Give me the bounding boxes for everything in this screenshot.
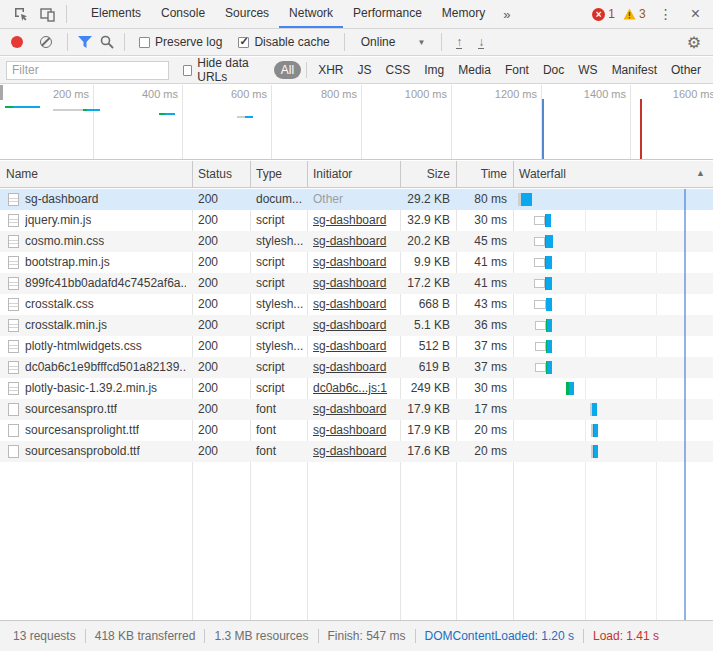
column-header-status[interactable]: Status: [192, 161, 250, 187]
filter-pill-css[interactable]: CSS: [380, 61, 417, 79]
tab-performance[interactable]: Performance: [343, 0, 432, 28]
column-separator[interactable]: [400, 161, 401, 187]
request-name-cell[interactable]: sourcesansprobold.ttf: [0, 441, 192, 462]
tab-memory[interactable]: Memory: [432, 0, 495, 28]
column-header-name[interactable]: Name: [0, 161, 192, 187]
filter-pill-other[interactable]: Other: [665, 61, 707, 79]
request-row[interactable]: crosstalk.css200stylesh...sg-dashboard66…: [0, 294, 713, 315]
filter-pill-manifest[interactable]: Manifest: [606, 61, 663, 79]
resource-type-filters: AllXHRJSCSSImgMediaFontDocWSManifestOthe…: [274, 61, 707, 79]
tab-network[interactable]: Network: [279, 0, 343, 28]
filter-input[interactable]: [6, 61, 169, 80]
warning-count-badge[interactable]: 3: [621, 7, 648, 21]
request-row[interactable]: sourcesanspro.ttf200fontsg-dashboard17.9…: [0, 399, 713, 420]
network-overview-timeline[interactable]: 200 ms400 ms600 ms800 ms1000 ms1200 ms14…: [0, 85, 713, 160]
filter-pill-media[interactable]: Media: [452, 61, 497, 79]
filter-pill-xhr[interactable]: XHR: [312, 61, 349, 79]
hide-data-urls-checkbox-box[interactable]: [183, 65, 192, 76]
filter-pill-ws[interactable]: WS: [572, 61, 603, 79]
initiator-link[interactable]: sg-dashboard: [313, 276, 386, 290]
import-har-icon[interactable]: ↑: [456, 36, 462, 49]
column-separator[interactable]: [192, 161, 193, 187]
filter-pill-all[interactable]: All: [274, 61, 301, 79]
clear-network-log-icon[interactable]: [40, 36, 52, 48]
size-cell: 668 B: [400, 294, 456, 315]
request-row[interactable]: sg-dashboard200docum...Other29.2 KB80 ms: [0, 189, 713, 210]
overview-scroll-handle[interactable]: [0, 85, 3, 100]
request-row[interactable]: sourcesansprolight.ttf200fontsg-dashboar…: [0, 420, 713, 441]
filter-pill-img[interactable]: Img: [418, 61, 450, 79]
tab-console[interactable]: Console: [151, 0, 215, 28]
request-name-cell[interactable]: sg-dashboard: [0, 189, 192, 210]
initiator-link[interactable]: sg-dashboard: [313, 255, 386, 269]
column-separator[interactable]: [250, 161, 251, 187]
initiator-link[interactable]: sg-dashboard: [313, 402, 386, 416]
request-row[interactable]: dc0ab6c1e9bfffcd501a82139...200scriptsg-…: [0, 357, 713, 378]
initiator-link[interactable]: sg-dashboard: [313, 318, 386, 332]
filter-funnel-icon[interactable]: [74, 31, 96, 53]
column-header-waterfall[interactable]: Waterfall: [513, 161, 713, 187]
toolbar-divider: [441, 33, 442, 51]
more-tabs-button[interactable]: »: [495, 7, 518, 22]
request-name-cell[interactable]: crosstalk.css: [0, 294, 192, 315]
devtools-close-button[interactable]: ×: [684, 5, 707, 23]
document-icon: [8, 361, 19, 374]
record-network-log-button[interactable]: [11, 36, 23, 48]
filter-pill-js[interactable]: JS: [352, 61, 378, 79]
filter-pill-font[interactable]: Font: [499, 61, 535, 79]
devtools-menu-button[interactable]: ⋮: [652, 6, 680, 22]
preserve-log-checkbox-box[interactable]: [139, 37, 150, 48]
request-name-cell[interactable]: dc0ab6c1e9bfffcd501a82139...: [0, 357, 192, 378]
tab-elements[interactable]: Elements: [81, 0, 151, 28]
request-row[interactable]: sourcesansprobold.ttf200fontsg-dashboard…: [0, 441, 713, 462]
initiator-link[interactable]: sg-dashboard: [313, 423, 386, 437]
column-header-size[interactable]: Size: [400, 161, 456, 187]
column-separator[interactable]: [456, 161, 457, 187]
device-toolbar-icon[interactable]: [34, 2, 60, 26]
initiator-link[interactable]: dc0ab6c...js:1: [313, 381, 387, 395]
network-filter-bar: Hide data URLs AllXHRJSCSSImgMediaFontDo…: [0, 57, 713, 84]
initiator-link[interactable]: sg-dashboard: [313, 234, 386, 248]
request-name-cell[interactable]: crosstalk.min.js: [0, 315, 192, 336]
request-row[interactable]: plotly-htmlwidgets.css200stylesh...sg-da…: [0, 336, 713, 357]
hide-data-urls-checkbox[interactable]: Hide data URLs: [183, 56, 266, 84]
initiator-link[interactable]: sg-dashboard: [313, 444, 386, 458]
request-row[interactable]: bootstrap.min.js200scriptsg-dashboard9.9…: [0, 252, 713, 273]
inspect-element-icon[interactable]: [8, 2, 34, 26]
request-name-cell[interactable]: sourcesansprolight.ttf: [0, 420, 192, 441]
request-row[interactable]: plotly-basic-1.39.2.min.js200scriptdc0ab…: [0, 378, 713, 399]
sort-direction-icon[interactable]: ▲: [696, 168, 705, 178]
initiator-link[interactable]: sg-dashboard: [313, 213, 386, 227]
request-name-cell[interactable]: jquery.min.js: [0, 210, 192, 231]
tab-sources[interactable]: Sources: [215, 0, 279, 28]
request-name-cell[interactable]: plotly-basic-1.39.2.min.js: [0, 378, 192, 399]
request-row[interactable]: 899fc41bb0adafd4c7452af6a...200scriptsg-…: [0, 273, 713, 294]
request-row[interactable]: crosstalk.min.js200scriptsg-dashboard5.1…: [0, 315, 713, 336]
network-settings-gear-icon[interactable]: ⚙: [687, 33, 705, 52]
column-header-initiator[interactable]: Initiator: [307, 161, 400, 187]
disable-cache-checkbox-box[interactable]: [238, 37, 249, 48]
column-header-time[interactable]: Time: [456, 161, 513, 187]
request-row[interactable]: jquery.min.js200scriptsg-dashboard32.9 K…: [0, 210, 713, 231]
initiator-link[interactable]: sg-dashboard: [313, 339, 386, 353]
request-row[interactable]: cosmo.min.css200stylesh...sg-dashboard20…: [0, 231, 713, 252]
column-separator[interactable]: [513, 161, 514, 187]
error-count-badge[interactable]: × 1: [590, 7, 617, 21]
request-name-cell[interactable]: plotly-htmlwidgets.css: [0, 336, 192, 357]
request-name-cell[interactable]: bootstrap.min.js: [0, 252, 192, 273]
initiator-text: Other: [313, 192, 343, 206]
column-separator[interactable]: [307, 161, 308, 187]
throttling-dropdown[interactable]: Online ▼: [361, 35, 426, 49]
initiator-link[interactable]: sg-dashboard: [313, 360, 386, 374]
waterfall-download-bar: [546, 298, 552, 311]
column-header-type[interactable]: Type: [250, 161, 307, 187]
preserve-log-checkbox[interactable]: Preserve log: [139, 35, 222, 49]
export-har-icon[interactable]: ↓: [478, 36, 484, 49]
request-name-cell[interactable]: 899fc41bb0adafd4c7452af6a...: [0, 273, 192, 294]
request-name-cell[interactable]: sourcesanspro.ttf: [0, 399, 192, 420]
request-name-cell[interactable]: cosmo.min.css: [0, 231, 192, 252]
initiator-link[interactable]: sg-dashboard: [313, 297, 386, 311]
search-icon[interactable]: [96, 31, 118, 53]
filter-pill-doc[interactable]: Doc: [537, 61, 570, 79]
disable-cache-checkbox[interactable]: Disable cache: [238, 35, 329, 49]
